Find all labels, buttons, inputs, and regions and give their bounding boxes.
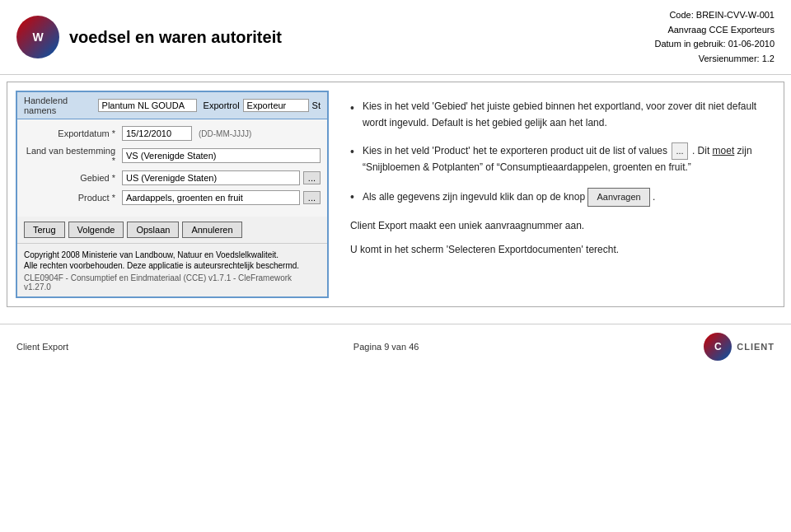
bestemming-input[interactable] — [122, 148, 321, 163]
code-line4: Versienummer: 1.2 — [654, 52, 775, 67]
footer-center: Pagina 9 van 46 — [353, 342, 419, 352]
exportdatum-row: Exportdatum * (DD-MM-JJJJ) — [24, 126, 321, 141]
bullet-3: • — [350, 189, 354, 206]
list-of-values-button[interactable]: ... — [672, 142, 687, 161]
org-name: voedsel en waren autoriteit — [69, 28, 282, 47]
exportrol-input[interactable] — [243, 99, 309, 112]
product-row: Product * ... — [24, 190, 321, 205]
instr2-underline: moet — [713, 145, 735, 156]
instruction-item-2: • Kies in het veld 'Product' het te expo… — [350, 142, 762, 176]
page-header: W voedsel en waren autoriteit Code: BREI… — [0, 0, 791, 75]
exportrol-area: Exportrol St — [204, 99, 321, 112]
handelend-input[interactable] — [98, 99, 197, 112]
gebied-row: Gebied * ... — [24, 170, 321, 185]
gebied-label: Gebied * — [24, 173, 119, 183]
handelend-label: Handelend namens — [24, 96, 91, 115]
extra-text-2: U komt in het scherm 'Selecteren Exportd… — [350, 242, 762, 258]
volgende-button[interactable]: Volgende — [68, 222, 124, 238]
product-label: Product * — [24, 193, 119, 203]
instr3-after: . — [653, 191, 655, 203]
status-label: St — [312, 100, 321, 110]
product-input[interactable] — [122, 190, 300, 205]
bestemming-row: Land van bestemming * — [24, 146, 321, 166]
terug-button[interactable]: Terug — [24, 222, 65, 238]
footer-logo-area: C CLIENT — [704, 333, 775, 361]
form-panel: Handelend namens Exportrol St Exportdatu… — [16, 91, 329, 298]
aanvragen-button[interactable]: Aanvragen — [587, 188, 649, 208]
extra-text-1: Client Export maakt een uniek aanvraagnu… — [350, 218, 762, 234]
logo-icon: W — [16, 16, 59, 58]
main-container: Handelend namens Exportrol St Exportdatu… — [7, 82, 784, 307]
instruction-item-1: • Kies in het veld 'Gebied' het juiste g… — [350, 99, 762, 130]
annuleren-button[interactable]: Annuleren — [182, 222, 241, 238]
bestemming-label: Land van bestemming * — [24, 146, 119, 166]
form-buttons: Terug Volgende Opslaan Annuleren — [17, 217, 327, 243]
bullet-1: • — [350, 100, 354, 117]
exportdatum-label: Exportdatum * — [24, 128, 119, 138]
form-body: Exportdatum * (DD-MM-JJJJ) Land van best… — [17, 119, 327, 217]
exportdatum-hint: (DD-MM-JJJJ) — [199, 129, 251, 138]
bullet-2: • — [350, 143, 354, 161]
instr2-before: Kies in het veld 'Product' het te export… — [363, 145, 667, 156]
rights-text: Alle rechten voorbehouden. Deze applicat… — [24, 261, 321, 270]
instr3-before: Als alle gegevens zijn ingevuld klik dan… — [363, 191, 588, 203]
footer-left: Client Export — [16, 342, 68, 352]
gebied-browse-button[interactable]: ... — [303, 171, 321, 184]
opslaan-button[interactable]: Opslaan — [127, 222, 179, 238]
instruction-text-2: Kies in het veld 'Product' het te export… — [363, 142, 762, 176]
gebied-input[interactable] — [122, 170, 300, 185]
copyright-text: Copyright 2008 Ministerie van Landbouw, … — [24, 250, 321, 259]
code-line3: Datum in gebruik: 01-06-2010 — [654, 37, 775, 52]
logo-area: W voedsel en waren autoriteit — [16, 16, 282, 58]
footer-logo-icon: C — [704, 333, 732, 361]
instruction-text-3: Als alle gegevens zijn ingevuld klik dan… — [363, 188, 762, 208]
form-footer: Copyright 2008 Ministerie van Landbouw, … — [17, 243, 327, 296]
version-text: CLE0904F - Consumptief en Eindmateriaal … — [24, 273, 321, 292]
form-top-bar: Handelend namens Exportrol St — [17, 92, 327, 119]
instruction-text-1: Kies in het veld 'Gebied' het juiste geb… — [363, 99, 762, 130]
product-browse-button[interactable]: ... — [303, 191, 321, 204]
footer-brand: CLIENT — [737, 342, 775, 352]
exportrol-label: Exportrol — [204, 100, 240, 110]
instr2-after: . Dit — [692, 145, 713, 156]
instruction-item-3: • Als alle gegevens zijn ingevuld klik d… — [350, 188, 762, 208]
code-line2: Aanvraag CCE Exporteurs — [654, 23, 775, 38]
page-footer: Client Export Pagina 9 van 46 C CLIENT — [0, 324, 791, 369]
code-line1: Code: BREIN-CVV-W-001 — [654, 8, 775, 23]
header-info: Code: BREIN-CVV-W-001 Aanvraag CCE Expor… — [654, 8, 775, 66]
exportdatum-input[interactable] — [122, 126, 192, 141]
instructions-panel: • Kies in het veld 'Gebied' het juiste g… — [337, 91, 775, 298]
